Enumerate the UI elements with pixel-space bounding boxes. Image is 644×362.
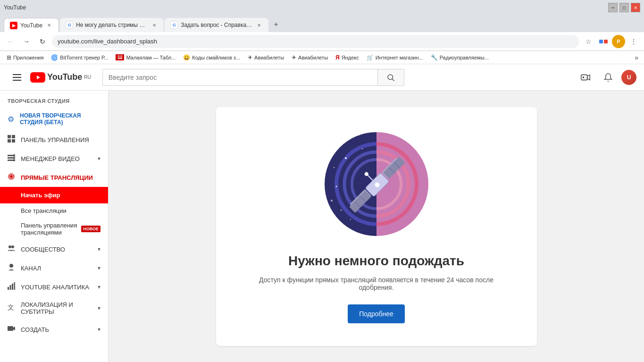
splash-description: Доступ к функции прямых трансляций появл…: [259, 276, 494, 291]
bookmark-apps[interactable]: ⊞ Приложения: [4, 53, 46, 62]
sidebar-item-new-studio[interactable]: ⚙ НОВАЯ ТВОРЧЕСКАЯ СТУДИЯ (БЕТА): [0, 108, 108, 130]
all-streams-label: Все трансляции: [21, 207, 67, 214]
svg-point-46: [334, 167, 335, 168]
bookmark-emoji[interactable]: 😀 Коды смайликов з...: [180, 53, 243, 62]
create-arrow: ▾: [98, 326, 100, 333]
splash-title: Нужно немного подождать: [288, 253, 464, 269]
svg-point-47: [362, 148, 363, 149]
bookmark-flights2[interactable]: ✈ Авиабилеты: [289, 53, 331, 62]
svg-rect-13: [12, 135, 15, 138]
user-avatar[interactable]: U: [621, 70, 636, 85]
video-manager-icon: [8, 154, 15, 163]
bookmark-icon[interactable]: ☆: [582, 35, 595, 48]
youtube-logo-text: YouTube: [47, 72, 82, 82]
tab-google2-label: Задать вопрос - Справка - YouT: [181, 22, 252, 28]
youtube-logo-region: RU: [84, 75, 91, 80]
sidebar-section-title: ТВОРЧЕСКАЯ СТУДИЯ: [0, 91, 108, 108]
avatar-initials: U: [627, 74, 631, 81]
sidebar-item-channel[interactable]: КАНАЛ ▾: [0, 259, 108, 278]
menu-dots-icon[interactable]: ⋮: [627, 35, 640, 48]
create-icon: [8, 325, 15, 334]
svg-point-50: [331, 200, 333, 202]
tab-google2-close[interactable]: ✕: [255, 21, 263, 29]
svg-rect-27: [10, 285, 11, 290]
svg-rect-14: [8, 139, 11, 143]
bookmark-malayalam[interactable]: Ш Малаялам — Табл...: [113, 53, 178, 61]
maximize-button[interactable]: □: [619, 3, 629, 12]
tab-youtube-close[interactable]: ✕: [45, 22, 53, 29]
extensions-icon[interactable]: [597, 35, 610, 48]
bookmarks-more[interactable]: »: [633, 53, 640, 62]
bookmark-bittorrent[interactable]: 🌀 BitTorrent трекер Р...: [48, 53, 111, 62]
search-input[interactable]: [102, 69, 378, 86]
create-video-button[interactable]: [576, 68, 595, 87]
youtube-logo[interactable]: YouTubeRU: [30, 72, 91, 83]
svg-rect-15: [12, 139, 15, 143]
minimize-button[interactable]: ─: [608, 3, 618, 12]
search-container: [102, 69, 404, 86]
analytics-arrow: ▾: [98, 284, 100, 290]
sidebar-item-localization[interactable]: 文 ЛОКАЛИЗАЦИЯ И СУБТИТРЫ ▾: [0, 296, 108, 320]
community-label: СООБЩЕСТВО: [21, 246, 92, 253]
bookmark-yandex-label: Яндекс: [342, 55, 359, 60]
notifications-button[interactable]: [599, 68, 618, 87]
close-button[interactable]: ✕: [631, 3, 640, 12]
sidebar-item-video-manager[interactable]: МЕНЕДЖЕР ВИДЕО ▾: [0, 149, 108, 168]
live-icon: [8, 173, 15, 182]
search-button[interactable]: [378, 69, 404, 86]
bookmark-apps-label: Приложения: [13, 55, 43, 60]
sidebar-item-live[interactable]: ПРЯМЫЕ ТРАНСЛЯЦИИ: [0, 168, 108, 187]
sidebar-item-stream-dashboard[interactable]: Панель управления трансляциями НОВОЕ: [0, 218, 108, 240]
flights1-icon: ✈: [248, 54, 252, 61]
svg-point-20: [10, 175, 13, 178]
sidebar-item-start-live[interactable]: Начать эфир: [0, 187, 108, 203]
content-area: Нужно немного подождать Доступ к функции…: [109, 91, 644, 362]
title-bar: YouTube ─ □ ✕: [0, 0, 644, 15]
sidebar-item-all-streams[interactable]: Все трансляции: [0, 203, 108, 218]
forward-button[interactable]: →: [20, 35, 33, 48]
bookmark-malayalam-label: Малаялам — Табл...: [126, 55, 176, 60]
tab-google1[interactable]: G Не могу делать стримы прошл... ✕: [60, 18, 164, 32]
learn-more-button[interactable]: Подробнее: [348, 304, 405, 323]
reload-button[interactable]: ↻: [36, 35, 49, 48]
address-input[interactable]: [52, 35, 579, 48]
shop-icon: 🛒: [367, 54, 374, 61]
bookmark-emoji-label: Коды смайликов з...: [192, 55, 240, 60]
svg-point-44: [335, 185, 337, 187]
svg-point-49: [350, 219, 351, 220]
bookmark-rc[interactable]: 🔧 Радиоуправляемы...: [428, 53, 492, 62]
sidebar-item-dashboard[interactable]: ПАНЕЛЬ УПРАВЛЕНИЯ: [0, 130, 108, 149]
yt-header: YouTubeRU U: [0, 64, 644, 91]
sidebar-item-create[interactable]: СОЗДАТЬ ▾: [0, 320, 108, 339]
analytics-label: YOUTUBE АНАЛИТИКА: [21, 284, 92, 291]
bookmark-flights1[interactable]: ✈ Авиабилеты: [245, 53, 287, 62]
user-profile-icon[interactable]: P: [612, 35, 625, 48]
dashboard-label: ПАНЕЛЬ УПРАВЛЕНИЯ: [21, 136, 100, 143]
google1-favicon: G: [66, 21, 73, 29]
sidebar: ТВОРЧЕСКАЯ СТУДИЯ ⚙ НОВАЯ ТВОРЧЕСКАЯ СТУ…: [0, 91, 109, 362]
tab-youtube-label: YouTube: [20, 22, 42, 29]
bookmark-yandex[interactable]: Я Яндекс: [333, 53, 362, 62]
community-arrow: ▾: [98, 246, 100, 253]
settings-icon: ⚙: [8, 115, 14, 124]
back-button[interactable]: ←: [4, 35, 17, 48]
svg-point-24: [11, 245, 14, 248]
bookmark-shop[interactable]: 🛒 Интернет магазин...: [364, 53, 426, 62]
svg-rect-31: [8, 326, 13, 331]
bittorrent-icon: 🌀: [51, 54, 58, 61]
svg-rect-2: [13, 80, 21, 81]
new-tab-button[interactable]: +: [269, 18, 283, 31]
video-manager-arrow: ▾: [98, 155, 100, 162]
sidebar-item-community[interactable]: СООБЩЕСТВО ▾: [0, 240, 108, 259]
hamburger-menu-button[interactable]: [8, 68, 26, 87]
tab-google1-close[interactable]: ✕: [151, 21, 158, 29]
svg-rect-26: [8, 287, 9, 290]
localization-icon: 文: [8, 303, 15, 313]
tab-google2[interactable]: G Задать вопрос - Справка - YouT ✕: [165, 18, 268, 32]
create-label: СОЗДАТЬ: [21, 326, 92, 333]
svg-line-6: [393, 79, 394, 81]
svg-rect-0: [13, 74, 21, 75]
tab-youtube[interactable]: ▶ YouTube ✕: [4, 18, 59, 32]
yandex-icon: Я: [335, 54, 340, 61]
sidebar-item-analytics[interactable]: YOUTUBE АНАЛИТИКА ▾: [0, 278, 108, 296]
